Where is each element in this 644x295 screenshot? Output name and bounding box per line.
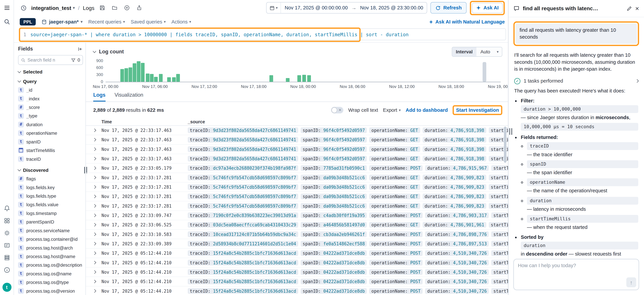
table-scrollbar-thumb[interactable] <box>504 127 506 163</box>
field-item[interactable]: tprocess.tag.host@arch <box>18 243 83 252</box>
expand-row-icon[interactable] <box>93 252 102 254</box>
table-row[interactable]: Nov 17, 2025 @ 22:33:06.525traceID:03dc5… <box>86 220 508 230</box>
ask-ai-button[interactable]: Ask AI <box>472 3 502 13</box>
field-section-query[interactable]: Query <box>18 79 83 84</box>
expand-row-icon[interactable] <box>93 271 102 273</box>
expand-row-icon[interactable] <box>93 129 102 132</box>
actions-button[interactable]: Actions ▾ <box>172 19 191 25</box>
tab-logs[interactable]: Logs <box>93 92 106 102</box>
add-to-dashboard-button[interactable]: Add to dashboard <box>406 107 448 113</box>
field-item[interactable]: t_index <box>18 94 83 103</box>
table-row[interactable]: Nov 17, 2025 @ 05:12:44.210traceID:15f24… <box>86 249 508 258</box>
ask-ai-natural-language-button[interactable]: Ask AI with Natural Language <box>429 19 505 25</box>
table-row[interactable]: Nov 17, 2025 @ 22:33:17.463traceID:9d3d2… <box>86 135 508 145</box>
table-row[interactable]: Nov 17, 2025 @ 22:33:17.281traceID:5c746… <box>86 173 508 182</box>
expand-row-icon[interactable] <box>93 242 102 245</box>
field-item[interactable]: tprocess.tag.container@id <box>18 235 83 243</box>
field-item[interactable]: tlogs.fields.key <box>18 183 83 191</box>
date-range-start[interactable]: Nov 17, 2025 @ 00:00:00.00 <box>281 5 351 11</box>
chevron-right-icon[interactable] <box>635 79 639 83</box>
field-item[interactable]: tprocess.tag.os@description <box>18 261 83 269</box>
table-row[interactable]: Nov 17, 2025 @ 22:33:17.463traceID:9d3d2… <box>86 126 508 135</box>
table-row[interactable]: Nov 17, 2025 @ 22:33:17.281traceID:5c746… <box>86 182 508 192</box>
table-row[interactable]: Nov 17, 2025 @ 22:33:09.389traceID:2d589… <box>86 239 508 248</box>
menu-icon[interactable] <box>3 4 10 12</box>
expand-row-icon[interactable] <box>93 290 102 292</box>
send-message-button[interactable]: ↑ <box>626 277 636 287</box>
query-editor[interactable]: 1 source=jaeger-span-* | where duration … <box>20 28 506 40</box>
table-row[interactable]: Nov 17, 2025 @ 22:33:09.747traceID:7190c… <box>86 211 508 220</box>
expand-row-icon[interactable] <box>93 148 102 151</box>
chevron-down-icon[interactable] <box>93 50 96 53</box>
field-item[interactable]: tprocess.tag.os@version <box>18 286 83 295</box>
field-item[interactable]: t_type <box>18 111 83 120</box>
console-icon[interactable] <box>3 242 10 249</box>
user-avatar[interactable]: t <box>2 283 11 292</box>
wrap-cell-text-toggle[interactable]: ✕ <box>331 107 343 113</box>
workspace-selector[interactable]: integration_test ▾ <box>31 5 75 11</box>
field-item[interactable]: tprocess.serviceName <box>18 226 83 235</box>
field-item[interactable]: tspanID <box>18 137 83 146</box>
table-row[interactable]: Nov 17, 2025 @ 22:33:05.179traceID:dc97a… <box>86 164 508 173</box>
field-item[interactable]: ttraceID <box>18 155 83 163</box>
field-item[interactable]: tlogs.fields.value <box>18 200 83 209</box>
tab-visualization[interactable]: Visualization <box>114 92 143 102</box>
table-row[interactable]: Nov 17, 2025 @ 22:33:17.463traceID:9d3d2… <box>86 145 508 154</box>
expand-row-icon[interactable] <box>93 214 102 217</box>
open-folder-icon[interactable] <box>110 3 119 13</box>
field-item[interactable]: #_score <box>18 103 83 111</box>
interval-select[interactable]: Auto ▾ <box>476 47 502 56</box>
expand-row-icon[interactable] <box>93 138 102 141</box>
ai-panel-resize-handle[interactable] <box>509 128 512 135</box>
new-item-icon[interactable] <box>122 3 131 13</box>
apps-grid-icon[interactable] <box>3 217 10 224</box>
filter-count-badge[interactable]: 0 <box>78 58 80 62</box>
expand-row-icon[interactable] <box>93 280 102 283</box>
column-header-source[interactable]: _source <box>188 119 205 124</box>
saved-queries-button[interactable]: Saved queries ▾ <box>131 19 166 25</box>
field-item[interactable]: tparentSpanID <box>18 217 83 226</box>
recent-queries-button[interactable]: Recent queries ▾ <box>88 19 125 25</box>
info-icon[interactable] <box>3 266 10 274</box>
field-item[interactable]: tlogs.fields.type <box>18 191 83 200</box>
field-item[interactable]: startTimeMillis <box>18 146 83 154</box>
date-range-end[interactable]: Nov 18, 2025 @ 23:30:00.00 <box>356 5 427 11</box>
search-icon[interactable] <box>3 18 10 26</box>
field-item[interactable]: t_id <box>18 85 83 94</box>
field-item[interactable]: tprocess.tag.os@type <box>18 278 83 286</box>
query-language-selector[interactable]: PPL <box>20 18 36 26</box>
table-row[interactable]: Nov 17, 2025 @ 05:12:44.210traceID:15f24… <box>86 258 508 267</box>
field-section-discovered[interactable]: Discovered <box>18 168 83 172</box>
table-row[interactable]: Nov 17, 2025 @ 22:33:17.463traceID:9d3d2… <box>86 154 508 163</box>
table-row[interactable]: Nov 17, 2025 @ 22:33:10.583traceID:10cea… <box>86 230 508 239</box>
field-item[interactable]: #duration <box>18 120 83 129</box>
start-investigation-button[interactable]: Start Investigation <box>456 107 499 113</box>
field-section-selected[interactable]: Selected <box>18 70 83 74</box>
column-header-time[interactable]: Time <box>102 119 188 124</box>
field-item[interactable]: #flags <box>18 174 83 183</box>
expand-row-icon[interactable] <box>93 195 102 198</box>
expand-row-icon[interactable] <box>93 205 102 207</box>
table-row[interactable]: Nov 17, 2025 @ 05:12:44.210traceID:15f24… <box>86 267 508 277</box>
expand-row-icon[interactable] <box>93 157 102 160</box>
export-button[interactable]: Export▾ <box>383 107 401 113</box>
bell-icon[interactable] <box>3 205 10 212</box>
field-item[interactable]: toperationName <box>18 129 83 137</box>
save-icon[interactable] <box>98 3 107 13</box>
field-search-input[interactable]: Search field n 0 <box>18 55 83 65</box>
stack-icon[interactable] <box>3 254 10 261</box>
settings-gear-icon[interactable] <box>3 229 10 237</box>
table-row[interactable]: Nov 17, 2025 @ 22:33:17.281traceID:5c746… <box>86 201 508 211</box>
refresh-button[interactable]: Refresh <box>431 2 467 14</box>
calendar-icon[interactable]: ▾ <box>266 3 281 13</box>
expand-row-icon[interactable] <box>93 186 102 188</box>
edit-conversation-icon[interactable] <box>626 6 632 11</box>
table-row[interactable]: Nov 17, 2025 @ 05:12:44.210traceID:15f24… <box>86 286 508 295</box>
expand-row-icon[interactable] <box>93 176 102 179</box>
field-item[interactable]: tprocess.tag.host@name <box>18 252 83 260</box>
expand-row-icon[interactable] <box>93 233 102 236</box>
field-item[interactable]: tlogs.timestamp <box>18 209 83 217</box>
collapse-panel-icon[interactable] <box>78 46 83 52</box>
tasks-performed-row[interactable]: ✓ 1 tasks performed <box>514 78 638 84</box>
share-icon[interactable] <box>135 3 144 13</box>
